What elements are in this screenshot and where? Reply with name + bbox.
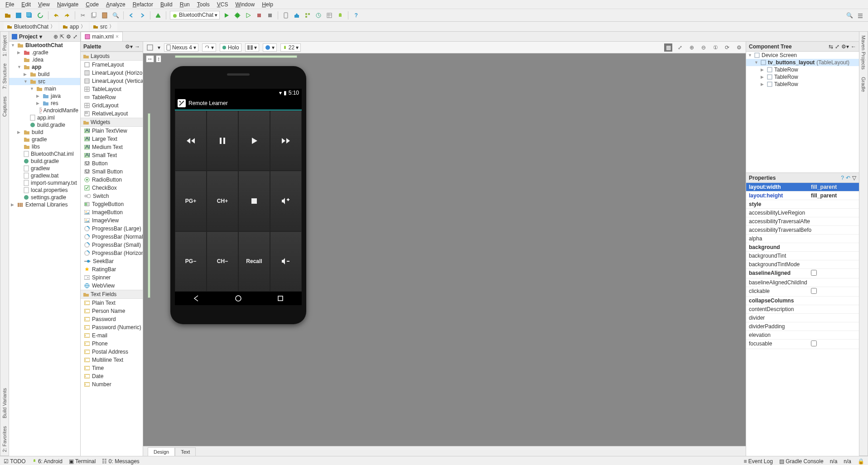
property-row[interactable]: layout:heightfill_parent (746, 192, 859, 200)
save-all-icon[interactable] (25, 11, 34, 19)
text-tab[interactable]: Text (175, 447, 196, 456)
property-row[interactable]: contentDescription (746, 305, 859, 314)
menu-tools[interactable]: Tools (194, 1, 212, 8)
property-row[interactable]: clickable (746, 287, 859, 297)
design-mode-icon[interactable]: ▦ (664, 43, 672, 52)
component-node[interactable]: ▶TableRow (746, 73, 859, 81)
attach-debugger-icon[interactable] (255, 11, 263, 19)
remote-button[interactable]: Recall (238, 231, 270, 292)
property-row[interactable]: elevation (746, 331, 859, 340)
tree-node[interactable]: ▶build (9, 129, 80, 136)
menu-vcs[interactable]: VCS (214, 1, 231, 8)
tree-node[interactable]: local.properties (9, 187, 80, 194)
status-lock-icon[interactable]: 🔒 (858, 458, 864, 465)
status-gradle-console[interactable]: ▤ Gradle Console (779, 458, 824, 465)
palette-item[interactable]: E-mail (81, 331, 143, 340)
sidebar-build-variants-tab[interactable]: Build Variants (1, 384, 8, 422)
sidebar-captures-tab[interactable]: Captures (1, 93, 8, 120)
palette-item[interactable]: Plain Text (81, 299, 143, 307)
sync-icon[interactable] (36, 11, 44, 19)
remote-button[interactable] (270, 171, 302, 231)
palette-item[interactable]: Password (Numeric) (81, 323, 143, 331)
palette-item[interactable]: AbPlain TextView (81, 127, 143, 135)
tree-node[interactable]: xAndroidManife (9, 107, 80, 114)
redo-icon[interactable] (63, 11, 71, 19)
filter-icon[interactable]: ▽ (852, 175, 856, 181)
refresh-icon[interactable]: ⟳ (723, 43, 731, 52)
tree-node[interactable]: settings.gradle (9, 194, 80, 201)
property-row[interactable]: focusable (746, 340, 859, 349)
zoom-fit-icon[interactable]: ⤢ (676, 43, 684, 52)
menu-code[interactable]: Code (83, 1, 101, 8)
tree-node[interactable]: build.gradle (9, 121, 80, 129)
breadcrumb-item[interactable]: app 〉 (59, 22, 89, 31)
menu-navigate[interactable]: Navigate (54, 1, 81, 8)
palette-item[interactable]: FrameLayout (81, 61, 143, 69)
tree-node[interactable]: ▶External Libraries (9, 201, 80, 208)
orientation-selector[interactable]: ▾ (202, 43, 216, 52)
hide-icon[interactable]: ⤢ (73, 34, 77, 40)
gear-icon[interactable]: ⚙ (66, 34, 71, 40)
make-icon[interactable] (154, 11, 162, 19)
palette-item[interactable]: Person Name (81, 307, 143, 315)
palette-item[interactable]: Spinner (81, 273, 143, 282)
menu-file[interactable]: File (3, 1, 17, 8)
property-checkbox[interactable] (811, 270, 817, 276)
palette-item[interactable]: CheckBox (81, 184, 143, 192)
close-tab-icon[interactable]: × (116, 34, 119, 40)
palette-item[interactable]: Phone (81, 340, 143, 348)
gradle-sync-icon[interactable] (314, 11, 323, 19)
zoom-in-icon[interactable]: ⊕ (688, 43, 696, 52)
sidebar-project-tab[interactable]: 1: Project (1, 32, 8, 60)
remote-button[interactable] (270, 110, 302, 171)
palette-item[interactable]: ProgressBar (Horizontal) (81, 249, 143, 257)
property-row[interactable]: style (746, 200, 859, 209)
palette-item[interactable]: WebView (81, 282, 143, 290)
tree-node[interactable]: ▼src (9, 78, 80, 85)
property-row[interactable]: accessibilityTraversalBefo (746, 226, 859, 235)
save-icon[interactable] (14, 11, 23, 19)
expand-horiz-icon[interactable]: ↔ (146, 55, 154, 62)
project-tree[interactable]: ▼BluetoothChat▶.gradle.idea▼app▶build▼sr… (9, 42, 80, 456)
sidebar-structure-tab[interactable]: 7: Structure (1, 60, 8, 93)
property-row[interactable]: collapseColumns (746, 297, 859, 305)
palette-item[interactable]: RadioButton (81, 176, 143, 184)
remote-button[interactable] (175, 110, 207, 171)
forward-icon[interactable] (138, 11, 146, 19)
sidebar-gradle-tab[interactable]: Gradle (860, 73, 867, 96)
palette-item[interactable]: OKSmall Button (81, 168, 143, 176)
run-profile-icon[interactable] (244, 11, 252, 19)
tree-node[interactable]: ▼app (9, 63, 80, 71)
palette-section[interactable]: Layouts (81, 52, 143, 61)
run-config-selector[interactable]: BluetoothChat ▾ (170, 11, 220, 19)
revert-icon[interactable]: ↶ (846, 175, 850, 181)
design-tab[interactable]: Design (148, 447, 175, 456)
open-icon[interactable] (4, 11, 12, 19)
palette-item[interactable]: AbSmall Text (81, 151, 143, 159)
property-checkbox[interactable] (811, 288, 817, 294)
back-icon[interactable] (127, 11, 135, 19)
tree-node[interactable]: BluetoothChat.iml (9, 150, 80, 158)
component-node[interactable]: ▶TableRow (746, 81, 859, 88)
status-event-log[interactable]: ≡ Event Log (744, 458, 773, 465)
palette-item[interactable]: Switch (81, 192, 143, 200)
property-row[interactable]: dividerPadding (746, 322, 859, 331)
menu-run[interactable]: Run (177, 1, 193, 8)
property-row[interactable]: layout:widthfill_parent (746, 183, 859, 192)
gear-icon[interactable]: ⚙▾ (125, 43, 133, 50)
property-row[interactable]: backgroundTintMode (746, 260, 859, 269)
undo-icon[interactable] (52, 11, 60, 19)
find-icon[interactable]: 🔍 (111, 11, 120, 19)
palette-item[interactable]: AbMedium Text (81, 143, 143, 151)
zoom-actual-icon[interactable]: ① (711, 43, 719, 52)
debug-icon[interactable] (233, 11, 241, 19)
palette-item[interactable]: ToggleButton (81, 200, 143, 208)
palette-item[interactable]: Number (81, 380, 143, 388)
tree-node[interactable]: libs (9, 143, 80, 150)
property-row[interactable]: background (746, 243, 859, 252)
palette-item[interactable]: Password (81, 315, 143, 323)
menu-refactor[interactable]: Refactor (130, 1, 156, 8)
palette-item[interactable]: ProgressBar (Small) (81, 241, 143, 249)
theme-selector[interactable]: Holo (220, 43, 241, 52)
component-node[interactable]: ▶TableRow (746, 66, 859, 73)
